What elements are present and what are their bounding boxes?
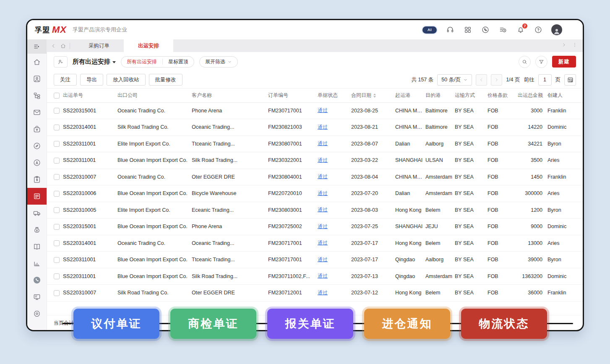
row-checkbox[interactable] — [54, 207, 60, 213]
status-link[interactable]: 通过 — [318, 290, 328, 296]
search-button[interactable] — [519, 56, 531, 68]
table-row[interactable]: SS220310007Oceanic Trading Co.Oter EGGER… — [47, 169, 583, 185]
status-link[interactable]: 通过 — [318, 124, 328, 130]
cell-order-no: FM230807001 — [268, 135, 318, 152]
table-row[interactable]: SS220311001Blue Ocean Import Export Co.S… — [47, 268, 583, 285]
expand-filters-button[interactable]: 展开筛选 — [199, 56, 238, 68]
sidebar-item-whatsapp-filled[interactable] — [27, 272, 47, 289]
row-checkbox[interactable] — [54, 191, 60, 197]
status-link[interactable]: 通过 — [318, 190, 328, 196]
process-button-inspection-docs[interactable]: 商检单证 — [170, 309, 256, 339]
sidebar-item-marketing-a[interactable] — [27, 154, 47, 171]
table-row[interactable]: SS220314001Silk Road Trading Co.Oceanic … — [47, 119, 583, 136]
sidebar-item-product-bag[interactable] — [27, 121, 47, 138]
table-row[interactable]: SS220310007Silk Road Trading Co.Oter EGG… — [47, 285, 583, 302]
goto-page-input[interactable] — [538, 74, 552, 86]
tab-shipping-arrangement[interactable]: 出运安排 — [124, 39, 173, 52]
new-button[interactable]: 新建 — [552, 56, 576, 68]
view-title-dropdown[interactable]: 所有出运安排 — [73, 58, 116, 66]
tab-purchase-orders[interactable]: 采购订单 — [74, 39, 124, 52]
column-settings-button[interactable] — [564, 74, 576, 86]
status-link[interactable]: 通过 — [318, 273, 328, 279]
row-checkbox[interactable] — [54, 141, 60, 147]
grid-button[interactable] — [463, 26, 472, 34]
process-button-negotiation-docs[interactable]: 议付单证 — [73, 309, 159, 339]
sidebar-item-shipping-doc[interactable] — [27, 188, 47, 205]
kebab-menu-icon[interactable] — [572, 42, 578, 49]
sort-icon[interactable] — [373, 94, 376, 98]
row-checkbox[interactable] — [54, 257, 60, 263]
status-link[interactable]: 通过 — [318, 174, 328, 179]
sidebar-collapse-button[interactable] — [27, 39, 47, 54]
chevron-left-icon[interactable] — [50, 43, 57, 49]
process-button-logistics-status[interactable]: 物流状态 — [461, 309, 547, 339]
help-icon — [534, 26, 542, 34]
sidebar-item-home[interactable] — [27, 54, 47, 70]
status-link[interactable]: 通过 — [318, 240, 328, 246]
status-link[interactable]: 通过 — [318, 157, 328, 163]
table-row[interactable]: SS220310005Elite Import Export Co.Eceani… — [47, 202, 583, 218]
chevron-down-icon[interactable] — [571, 27, 576, 32]
bell-button[interactable]: 7 — [516, 26, 525, 34]
sidebar-item-report-chart[interactable] — [27, 255, 47, 272]
sidebar-item-org-structure[interactable] — [27, 87, 47, 104]
select-all-checkbox[interactable] — [54, 93, 60, 99]
sidebar-item-truck[interactable] — [27, 205, 47, 221]
pill-star-pinned[interactable]: 星标置顶 — [163, 57, 194, 67]
sidebar-item-ledger-book[interactable] — [27, 238, 47, 255]
headset-button[interactable] — [446, 26, 454, 34]
funnel-filter-button[interactable] — [535, 56, 547, 68]
sidebar-item-compass[interactable] — [27, 138, 47, 154]
status-link[interactable]: 通过 — [318, 207, 328, 213]
sidebar-item-mail[interactable] — [27, 104, 47, 121]
whatsapp-button[interactable] — [481, 26, 490, 34]
sidebar-item-device-monitor[interactable] — [27, 289, 47, 305]
cell-port-loading: CHINA MA... — [395, 169, 425, 185]
view-switch-icon[interactable] — [54, 56, 68, 68]
user-avatar[interactable] — [551, 24, 562, 35]
table-row[interactable]: SS220311001Elite Import Export Co.Ttcean… — [47, 135, 583, 152]
cell-order-no: FM230804001 — [268, 169, 318, 185]
cell-creator: Aries — [545, 235, 583, 252]
row-checkbox[interactable] — [54, 240, 60, 246]
recycle-bin-button[interactable]: 放入回收站 — [107, 74, 146, 86]
prev-page-button[interactable] — [476, 74, 487, 86]
cell-port-dest: ULSAN — [425, 152, 455, 169]
sidebar-item-contacts[interactable] — [27, 70, 47, 87]
process-button-warehouse-notice[interactable]: 进仓通知 — [364, 309, 450, 339]
ai-assistant-button[interactable]: AI — [422, 26, 437, 34]
sidebar-item-finance-moneybag[interactable] — [27, 221, 47, 238]
table-row[interactable]: SS220311001Blue Ocean Import Export Co.T… — [47, 252, 583, 268]
status-link[interactable]: 通过 — [318, 107, 328, 113]
follow-button[interactable]: 关注 — [54, 74, 77, 86]
pill-all-shipments[interactable]: 所有出运安排 — [121, 57, 162, 67]
home-tab-icon[interactable] — [60, 43, 66, 49]
next-page-button[interactable] — [491, 74, 502, 86]
batch-edit-button[interactable]: 批量修改 — [149, 74, 182, 86]
row-checkbox[interactable] — [54, 224, 60, 230]
chevron-right-icon[interactable] — [561, 42, 567, 49]
cell-creator: Byron — [545, 202, 583, 218]
process-button-customs-docs[interactable]: 报关单证 — [267, 309, 353, 339]
status-link[interactable]: 通过 — [318, 224, 328, 229]
history-button[interactable] — [498, 26, 507, 34]
status-link[interactable]: 通过 — [318, 140, 328, 146]
row-checkbox[interactable] — [54, 290, 60, 296]
sidebar-item-settings-gear[interactable] — [27, 305, 47, 322]
export-button[interactable]: 导出 — [80, 74, 103, 86]
table-row[interactable]: SS220315001Oceanic Trading Co.Phone Aren… — [47, 102, 583, 119]
shipping-doc-icon — [33, 192, 41, 200]
table-row[interactable]: SS220310006Blue Ocean Import Export Co.B… — [47, 185, 583, 202]
row-checkbox[interactable] — [54, 125, 60, 130]
table-row[interactable]: SS220315001Blue Ocean Import Export Co.P… — [47, 218, 583, 235]
table-row[interactable]: SS220314001Oceanic Trading Co.Oceanic Tr… — [47, 235, 583, 252]
sidebar-item-quotation-clipboard[interactable] — [27, 171, 47, 188]
help-button[interactable] — [534, 26, 542, 34]
table-row[interactable]: SS220311001Blue Ocean Import Export Co.S… — [47, 152, 583, 169]
row-checkbox[interactable] — [54, 158, 60, 164]
row-checkbox[interactable] — [54, 273, 60, 279]
page-size-select[interactable]: 50 条/页 — [437, 74, 472, 86]
row-checkbox[interactable] — [54, 108, 60, 114]
status-link[interactable]: 通过 — [318, 257, 328, 263]
row-checkbox[interactable] — [54, 174, 60, 180]
